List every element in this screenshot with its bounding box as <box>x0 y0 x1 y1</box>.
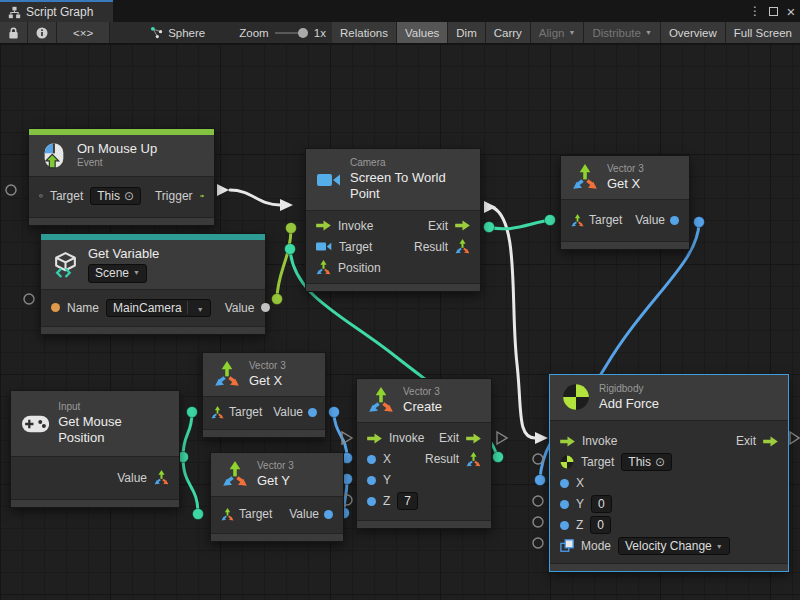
wire-trigger-to-invoke[interactable] <box>230 190 280 205</box>
port-dot-addforce-x[interactable] <box>535 475 546 486</box>
port-dot-getxtop-target[interactable] <box>545 215 556 226</box>
tab-script-graph[interactable]: Script Graph <box>0 0 113 22</box>
target-this-chip[interactable]: This <box>90 187 141 205</box>
port-hollow-onmouseup-target[interactable] <box>6 185 16 195</box>
relations-button[interactable]: Relations <box>332 22 397 43</box>
port-hollow-addforce-y[interactable] <box>533 496 543 506</box>
align-dropdown[interactable]: Align <box>531 22 585 43</box>
port-hollow-addforce-exit[interactable] <box>790 432 799 444</box>
dim-button[interactable]: Dim <box>448 22 485 43</box>
tab-strip: Script Graph ⋮ × <box>0 0 800 22</box>
variable-name-dropdown[interactable]: MainCamera <box>106 299 211 317</box>
zoom-slider-handle[interactable] <box>298 28 308 38</box>
control-arrow-icon <box>763 436 778 447</box>
port-dot-camera-target[interactable] <box>286 223 297 234</box>
port-label-result: Result <box>425 452 459 466</box>
z-value-field[interactable]: 0 <box>590 516 611 534</box>
port-dot-create-result[interactable] <box>493 452 504 463</box>
zoom-level: 1x <box>308 22 332 43</box>
port-hollow-addforce-mode[interactable] <box>533 538 543 548</box>
node-category: Input <box>58 401 168 414</box>
port-dot-getxmid-target[interactable] <box>187 407 198 418</box>
values-button[interactable]: Values <box>397 22 448 43</box>
maximize-icon[interactable] <box>764 0 782 22</box>
node-title: Create <box>403 399 442 415</box>
gamepad-icon <box>22 415 49 433</box>
port-label-invoke: Invoke <box>582 434 617 448</box>
port-hollow-create-exit[interactable] <box>497 432 507 444</box>
y-value-field[interactable]: 0 <box>591 495 612 513</box>
node-get-mouse-position[interactable]: Input Get Mouse Position Value <box>10 390 180 508</box>
node-get-x-mid[interactable]: Vector 3 Get X Target Value <box>202 352 326 438</box>
port-dot-gety-target[interactable] <box>193 509 204 520</box>
port-dot-z <box>560 521 569 530</box>
port-label-exit: Exit <box>428 219 448 233</box>
wire-mouse-to-getx-target[interactable] <box>183 412 192 457</box>
node-screen-to-world-point[interactable]: Camera Screen To World Point Invoke Exit… <box>305 148 481 292</box>
node-add-force[interactable]: Rigidbody Add Force Invoke Exit <box>549 374 789 572</box>
port-dot-getxmid-value[interactable] <box>329 407 340 418</box>
port-arrow-camera-exit[interactable] <box>484 201 496 213</box>
vector3-port-icon <box>455 239 470 254</box>
node-category: Vector 3 <box>257 460 294 473</box>
port-label-trigger: Trigger <box>155 189 193 203</box>
port-label-invoke: Invoke <box>338 219 373 233</box>
port-label-value: Value <box>117 471 147 485</box>
close-icon[interactable]: × <box>782 0 800 22</box>
lock-button[interactable] <box>0 22 28 43</box>
node-get-x-top[interactable]: Vector 3 Get X Target Value <box>560 155 690 250</box>
port-dot-getxtop-value[interactable] <box>694 217 705 228</box>
fullscreen-button[interactable]: Full Screen <box>726 22 800 43</box>
node-category: Vector 3 <box>249 360 286 373</box>
port-dot-y <box>560 500 569 509</box>
port-dot-y <box>367 476 376 485</box>
node-get-y[interactable]: Vector 3 Get Y Target Value <box>210 452 344 542</box>
port-hollow-variable-name[interactable] <box>24 294 34 304</box>
control-arrow-icon <box>367 433 382 444</box>
port-arrow-trigger-out[interactable] <box>217 184 229 196</box>
tab-title: Script Graph <box>26 5 93 19</box>
port-label-value: Value <box>635 213 665 227</box>
wire-exit-to-addforce-invoke[interactable] <box>492 207 535 438</box>
code-view-button[interactable]: <×> <box>57 22 110 43</box>
overview-button[interactable]: Overview <box>661 22 726 43</box>
port-label-exit: Exit <box>439 431 459 445</box>
node-title: Get X <box>249 373 286 389</box>
node-get-variable[interactable]: Get Variable Scene Name MainCamera Value <box>40 233 266 335</box>
carry-button[interactable]: Carry <box>486 22 531 43</box>
node-create-vector3[interactable]: Vector 3 Create Invoke Exit X Result <box>356 378 492 529</box>
mode-dropdown[interactable]: Velocity Change <box>618 537 730 555</box>
port-hollow-addforce-z[interactable] <box>533 517 543 527</box>
port-arrow-addforce-invoke[interactable] <box>535 432 548 444</box>
port-arrow-camera-invoke[interactable] <box>280 199 293 211</box>
port-dot-camera-result[interactable] <box>484 222 495 233</box>
port-label-invoke: Invoke <box>389 431 424 445</box>
z-value-field[interactable]: 7 <box>397 492 418 510</box>
info-button[interactable] <box>28 22 57 43</box>
window-menu-icon[interactable]: ⋮ <box>746 0 764 22</box>
node-on-mouse-up[interactable]: On Mouse Up Event Target This Trigger <box>28 128 215 226</box>
wire-result-to-getx-target[interactable] <box>489 220 550 229</box>
wire-mouse-to-gety-target[interactable] <box>183 457 198 514</box>
node-category: Vector 3 <box>607 163 644 176</box>
graph-canvas[interactable]: On Mouse Up Event Target This Trigger <box>0 44 800 600</box>
port-label-y: Y <box>383 473 391 487</box>
zoom-slider[interactable] <box>275 32 308 34</box>
node-title: Get X <box>607 176 644 192</box>
vector3-icon <box>368 387 394 413</box>
cube-icon <box>39 189 43 203</box>
port-label-x: X <box>576 476 584 490</box>
zoom-label: Zoom <box>233 22 274 43</box>
port-dot-camera-position[interactable] <box>285 244 296 255</box>
node-category: Vector 3 <box>403 386 442 399</box>
variable-scope-dropdown[interactable]: Scene <box>88 264 147 283</box>
port-hollow-addforce-target[interactable] <box>533 454 543 464</box>
code-view-label: <×> <box>73 27 93 39</box>
port-label-exit: Exit <box>736 434 756 448</box>
node-subtitle: Event <box>77 157 157 170</box>
camera-icon <box>317 171 341 189</box>
distribute-dropdown[interactable]: Distribute <box>584 22 661 43</box>
wire-variable-to-camera-target[interactable] <box>277 228 291 299</box>
port-dot-variable-value[interactable] <box>272 294 283 305</box>
target-this-chip[interactable]: This <box>621 453 672 471</box>
